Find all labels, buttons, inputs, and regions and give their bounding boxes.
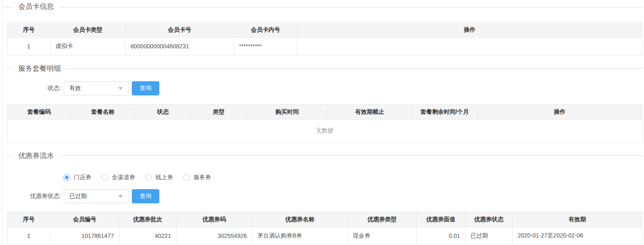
status-label: 状态: (3, 85, 61, 92)
coupon-query-button[interactable]: 查询 (132, 189, 159, 203)
section-header-service-package: 服务套餐明细 (3, 61, 644, 75)
divider (5, 155, 13, 156)
column-header: 优惠券面值 (417, 212, 465, 227)
radio-service-coupon[interactable]: 服务券 (183, 174, 211, 181)
section-title-service-package: 服务套餐明细 (18, 64, 61, 73)
column-header: 有效期 (513, 212, 642, 227)
caret-down-icon (118, 195, 123, 198)
column-header: 操作 (478, 105, 642, 120)
cell-member-number: 1017861477 (50, 227, 119, 245)
cell-coupon-type: 现金券 (348, 227, 417, 245)
column-header: 优惠券码 (176, 212, 252, 227)
cell-index: 1 (8, 227, 50, 245)
member-card-table: 序号 会员卡类型 会员卡号 会员卡内号 操作 1 虚拟卡 80000000000… (7, 22, 642, 55)
column-header: 会员卡内号 (234, 22, 297, 38)
column-header: 会员编号 (50, 212, 119, 227)
section-header-member-card: 会员卡信息 (3, 0, 644, 14)
cell-validity-period: 2020-01-27至2020-02-06 (513, 227, 642, 245)
column-header: 套餐名称 (71, 105, 135, 120)
selected-value: 已过期 (69, 192, 87, 200)
column-header: 套餐剩余时间/个月 (412, 105, 478, 120)
selected-value: 有效 (69, 85, 81, 92)
radio-store-coupon[interactable]: 门店券 (63, 174, 91, 181)
radio-online-coupon[interactable]: 线上券 (145, 174, 173, 181)
radio-unchecked-icon (183, 174, 190, 181)
table-row: 1 虚拟卡 800000000004608231 ********** (8, 38, 642, 55)
cell-card-number: 800000000004608231 (126, 38, 234, 55)
radio-checked-icon (63, 174, 70, 181)
coupon-table: 序号 会员编号 优惠券批次 优惠券码 优惠券名称 优惠券类型 优惠券面值 优惠券… (7, 212, 642, 245)
package-query-button[interactable]: 查询 (132, 81, 159, 95)
column-header: 优惠券批次 (119, 212, 176, 227)
divider (66, 68, 642, 69)
divider (59, 155, 642, 156)
page: 会员卡信息 序号 会员卡类型 会员卡号 会员卡内号 操作 1 虚拟卡 80000… (2, 0, 644, 245)
cell-coupon-code: 302554926 (176, 227, 252, 245)
coupon-filter-row: 优惠券状态: 已过期 查询 (3, 189, 644, 203)
section-header-coupon: 优惠券流水 (3, 148, 644, 162)
table-header-row: 套餐编码 套餐名称 状态 类型 购买时间 有效期截止 套餐剩余时间/个月 操作 (8, 105, 642, 120)
column-header: 购买时间 (247, 105, 328, 120)
column-header: 序号 (8, 22, 50, 38)
package-filter-row: 状态: 有效 查询 (3, 81, 644, 95)
radio-omnichannel-coupon[interactable]: 全渠道券 (101, 174, 135, 181)
cell-card-type: 虚拟卡 (50, 38, 126, 55)
service-package-table: 套餐编码 套餐名称 状态 类型 购买时间 有效期截止 套餐剩余时间/个月 操作 … (7, 104, 642, 142)
column-header: 操作 (297, 22, 642, 38)
cell-coupon-name: 茅台酒认购券B券 (252, 227, 348, 245)
column-header: 套餐编码 (8, 105, 71, 120)
column-header: 序号 (8, 212, 50, 227)
column-header: 状态 (135, 105, 191, 120)
cell-coupon-status: 已过期 (465, 227, 513, 245)
divider (59, 7, 642, 8)
radio-unchecked-icon (101, 174, 108, 181)
cell-coupon-value: 0.01 (417, 227, 465, 245)
table-row: 1 1017861477 40221 302554926 茅台酒认购券B券 现金… (8, 227, 642, 245)
column-header: 会员卡类型 (50, 22, 126, 38)
table-header-row: 序号 会员编号 优惠券批次 优惠券码 优惠券名称 优惠券类型 优惠券面值 优惠券… (8, 212, 642, 227)
column-header: 有效期截止 (328, 105, 412, 120)
divider (5, 7, 13, 8)
column-header: 优惠券名称 (252, 212, 348, 227)
section-title-coupon: 优惠券流水 (18, 151, 54, 160)
empty-row: 无数据 (8, 120, 642, 142)
column-header: 优惠券类型 (348, 212, 417, 227)
package-status-select[interactable]: 有效 (64, 81, 128, 95)
cell-index: 1 (8, 38, 50, 55)
cell-coupon-batch: 40221 (119, 227, 176, 245)
divider (5, 68, 13, 69)
coupon-status-label: 优惠券状态: (3, 192, 61, 200)
column-header: 会员卡号 (126, 22, 234, 38)
column-header: 类型 (191, 105, 247, 120)
cell-card-internal-number: ********** (234, 38, 297, 55)
caret-down-icon (118, 87, 123, 90)
radio-unchecked-icon (145, 174, 152, 181)
table-header-row: 序号 会员卡类型 会员卡号 会员卡内号 操作 (8, 22, 642, 38)
coupon-type-radio-group: 门店券 全渠道券 线上券 服务券 (63, 173, 644, 182)
section-title-member-card: 会员卡信息 (18, 2, 54, 11)
cell-actions (297, 38, 642, 55)
column-header: 优惠券状态 (465, 212, 513, 227)
empty-state-text: 无数据 (8, 120, 642, 142)
coupon-status-select[interactable]: 已过期 (64, 189, 128, 203)
